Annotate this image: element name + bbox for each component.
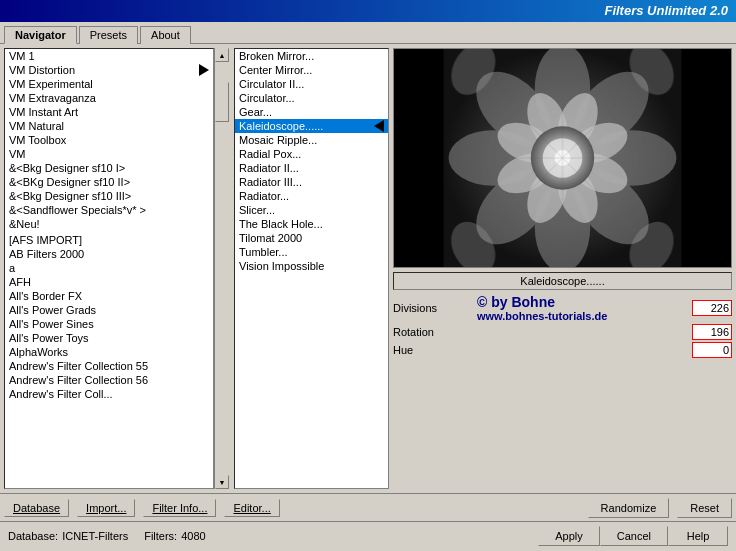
app-title: Filters Unlimited 2.0 (604, 3, 728, 18)
bottom-toolbar: Database Import... Filter Info... Editor… (0, 493, 736, 521)
database-status-label: Database: (8, 530, 58, 542)
left-panel-item[interactable]: AFH (5, 275, 213, 289)
apply-button[interactable]: Apply (538, 526, 600, 546)
left-panel-item[interactable]: [AFS IMPORT] (5, 233, 213, 247)
middle-panel-item[interactable]: Center Mirror... (235, 63, 388, 77)
credit-area: © by Bohne www.bohnes-tutorials.de (477, 294, 688, 322)
middle-panel[interactable]: Broken Mirror...Center Mirror...Circulat… (234, 48, 389, 489)
middle-panel-item[interactable]: Mosaic Ripple... (235, 133, 388, 147)
filter-name-bar: Kaleidoscope...... (393, 272, 732, 290)
divisions-label: Divisions (393, 302, 473, 314)
scroll-track (215, 62, 230, 475)
middle-panel-item[interactable]: Circulator... (235, 91, 388, 105)
left-panel-item[interactable]: VM (5, 147, 213, 161)
right-panel: Kaleidoscope...... Divisions © by Bohne … (393, 48, 732, 489)
params-area: Divisions © by Bohne www.bohnes-tutorial… (393, 294, 732, 489)
preview-area (393, 48, 732, 268)
middle-panel-container: Broken Mirror...Center Mirror...Circulat… (234, 48, 389, 489)
middle-panel-item[interactable]: Radiator II... (235, 161, 388, 175)
left-panel-item[interactable]: &<Bkg Designer sf10 I> (5, 161, 213, 175)
divisions-row: Divisions © by Bohne www.bohnes-tutorial… (393, 294, 732, 322)
middle-panel-item[interactable]: Tilomat 2000 (235, 231, 388, 245)
rotation-value[interactable]: 196 (692, 324, 732, 340)
rotation-label: Rotation (393, 326, 473, 338)
middle-panel-item[interactable]: Radiator III... (235, 175, 388, 189)
left-panel-item[interactable]: All's Power Grads (5, 303, 213, 317)
middle-panel-item[interactable]: Circulator II... (235, 77, 388, 91)
tab-bar: Navigator Presets About (0, 22, 736, 44)
filters-status-label: Filters: (144, 530, 177, 542)
title-bar: Filters Unlimited 2.0 (0, 0, 736, 22)
left-panel-item[interactable]: VM Distortion (5, 63, 213, 77)
kaleidoscope-preview (394, 49, 731, 267)
middle-panel-item[interactable]: Radiator... (235, 189, 388, 203)
credit-line1: © by Bohne (477, 294, 688, 310)
main-content: VM 1VM DistortionVM ExperimentalVM Extra… (0, 44, 736, 493)
left-panel-container: VM 1VM DistortionVM ExperimentalVM Extra… (4, 48, 230, 489)
middle-panel-item[interactable]: Gear... (235, 105, 388, 119)
left-panel-item[interactable]: All's Power Toys (5, 331, 213, 345)
scroll-down-btn[interactable]: ▼ (215, 475, 229, 489)
left-panel-item[interactable]: VM Instant Art (5, 105, 213, 119)
left-panel-item[interactable]: AB Filters 2000 (5, 247, 213, 261)
filters-status-value: 4080 (181, 530, 205, 542)
middle-panel-item[interactable]: Slicer... (235, 203, 388, 217)
left-panel-item[interactable]: VM Experimental (5, 77, 213, 91)
middle-panel-item[interactable]: Radial Pox... (235, 147, 388, 161)
help-button[interactable]: Help (668, 526, 728, 546)
middle-panel-item[interactable]: Kaleidoscope...... (235, 119, 388, 133)
middle-panel-item[interactable]: Broken Mirror... (235, 49, 388, 63)
left-scrollbar[interactable]: ▲ ▼ (214, 48, 230, 489)
left-panel-item[interactable]: VM Natural (5, 119, 213, 133)
import-button[interactable]: Import... (77, 499, 135, 517)
filter-info-button[interactable]: Filter Info... (143, 499, 216, 517)
hue-value[interactable]: 0 (692, 342, 732, 358)
left-panel-item[interactable]: All's Border FX (5, 289, 213, 303)
middle-panel-item[interactable]: Tumbler... (235, 245, 388, 259)
database-button[interactable]: Database (4, 499, 69, 517)
middle-panel-item[interactable]: The Black Hole... (235, 217, 388, 231)
cancel-button[interactable]: Cancel (600, 526, 668, 546)
left-panel-item[interactable]: VM 1 (5, 49, 213, 63)
editor-button[interactable]: Editor... (224, 499, 279, 517)
scroll-up-btn[interactable]: ▲ (215, 48, 229, 62)
left-panel-item[interactable]: Andrew's Filter Collection 55 (5, 359, 213, 373)
randomize-button[interactable]: Randomize (588, 498, 670, 518)
filter-name-text: Kaleidoscope...... (520, 275, 604, 287)
credit-line2: www.bohnes-tutorials.de (477, 310, 688, 322)
database-status-value: ICNET-Filters (62, 530, 128, 542)
left-panel-item[interactable]: &<Bkg Designer sf10 III> (5, 189, 213, 203)
tab-presets[interactable]: Presets (79, 26, 138, 44)
left-panel-item[interactable]: &<Sandflower Specials*v* > (5, 203, 213, 217)
status-bar: Database: ICNET-Filters Filters: 4080 Ap… (0, 521, 736, 549)
left-panel[interactable]: VM 1VM DistortionVM ExperimentalVM Extra… (4, 48, 214, 489)
tab-navigator[interactable]: Navigator (4, 26, 77, 44)
rotation-row: Rotation 196 (393, 324, 732, 340)
left-panel-item[interactable]: VM Toolbox (5, 133, 213, 147)
middle-panel-item[interactable]: Vision Impossible (235, 259, 388, 273)
hue-label: Hue (393, 344, 473, 356)
left-panel-item[interactable]: Andrew's Filter Coll... (5, 387, 213, 401)
left-panel-item[interactable]: All's Power Sines (5, 317, 213, 331)
scroll-thumb[interactable] (215, 82, 229, 122)
left-panel-item[interactable]: &<BKg Designer sf10 II> (5, 175, 213, 189)
reset-button[interactable]: Reset (677, 498, 732, 518)
left-panel-item[interactable]: VM Extravaganza (5, 91, 213, 105)
left-panel-item[interactable]: a (5, 261, 213, 275)
left-panel-item[interactable]: AlphaWorks (5, 345, 213, 359)
left-panel-item[interactable]: &Neu! (5, 217, 213, 231)
divisions-value[interactable]: 226 (692, 300, 732, 316)
tab-about[interactable]: About (140, 26, 191, 44)
left-panel-item[interactable]: Andrew's Filter Collection 56 (5, 373, 213, 387)
hue-row: Hue 0 (393, 342, 732, 358)
